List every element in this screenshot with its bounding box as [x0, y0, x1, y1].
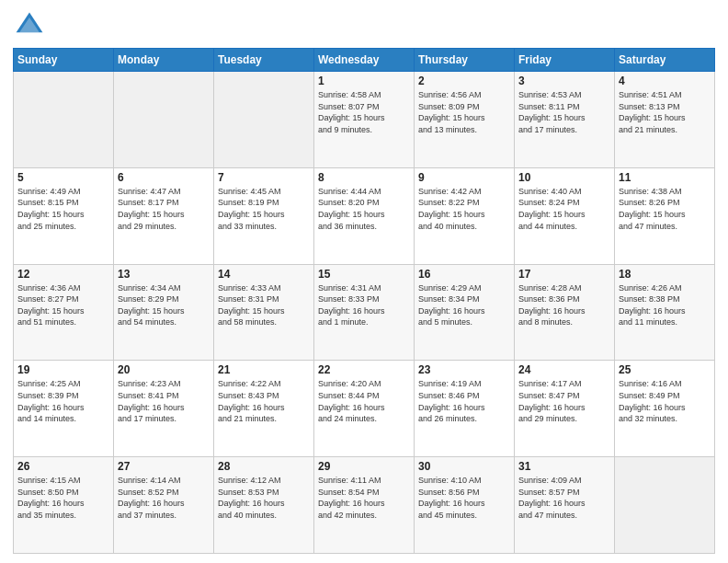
- calendar-cell: 10Sunrise: 4:40 AM Sunset: 8:24 PM Dayli…: [515, 167, 615, 264]
- day-info: Sunrise: 4:42 AM Sunset: 8:22 PM Dayligh…: [418, 186, 510, 232]
- day-info: Sunrise: 4:49 AM Sunset: 8:15 PM Dayligh…: [17, 186, 109, 232]
- day-number: 27: [118, 460, 210, 473]
- day-number: 11: [619, 171, 711, 184]
- day-info: Sunrise: 4:40 AM Sunset: 8:24 PM Dayligh…: [518, 186, 610, 232]
- day-number: 19: [17, 363, 109, 376]
- day-number: 30: [418, 460, 510, 473]
- day-number: 12: [17, 268, 109, 281]
- calendar-cell: 24Sunrise: 4:17 AM Sunset: 8:47 PM Dayli…: [515, 361, 615, 457]
- day-number: 15: [318, 268, 410, 281]
- calendar-cell: [615, 457, 715, 554]
- calendar-cell: 3Sunrise: 4:53 AM Sunset: 8:11 PM Daylig…: [515, 72, 615, 168]
- day-info: Sunrise: 4:16 AM Sunset: 8:49 PM Dayligh…: [619, 378, 711, 424]
- header: [13, 9, 715, 42]
- day-number: 13: [118, 268, 210, 281]
- day-number: 8: [318, 171, 410, 184]
- day-number: 3: [518, 75, 610, 87]
- calendar-cell: 31Sunrise: 4:09 AM Sunset: 8:57 PM Dayli…: [515, 457, 615, 554]
- day-number: 4: [619, 75, 711, 87]
- calendar-cell: 7Sunrise: 4:45 AM Sunset: 8:19 PM Daylig…: [214, 167, 314, 264]
- calendar-cell: [114, 72, 214, 168]
- day-number: 24: [518, 363, 610, 376]
- calendar-cell: 26Sunrise: 4:15 AM Sunset: 8:50 PM Dayli…: [14, 457, 114, 554]
- calendar-cell: 12Sunrise: 4:36 AM Sunset: 8:27 PM Dayli…: [14, 264, 114, 361]
- calendar-cell: 2Sunrise: 4:56 AM Sunset: 8:09 PM Daylig…: [415, 72, 515, 168]
- calendar-cell: 11Sunrise: 4:38 AM Sunset: 8:26 PM Dayli…: [615, 167, 715, 264]
- calendar-cell: 20Sunrise: 4:23 AM Sunset: 8:41 PM Dayli…: [114, 361, 214, 457]
- calendar-table: SundayMondayTuesdayWednesdayThursdayFrid…: [13, 48, 715, 554]
- calendar-cell: 4Sunrise: 4:51 AM Sunset: 8:13 PM Daylig…: [615, 72, 715, 168]
- day-info: Sunrise: 4:19 AM Sunset: 8:46 PM Dayligh…: [418, 378, 510, 424]
- calendar-cell: 19Sunrise: 4:25 AM Sunset: 8:39 PM Dayli…: [14, 361, 114, 457]
- day-info: Sunrise: 4:25 AM Sunset: 8:39 PM Dayligh…: [17, 378, 109, 424]
- day-number: 25: [619, 363, 711, 376]
- calendar-header-friday: Friday: [515, 49, 615, 72]
- calendar-cell: 30Sunrise: 4:10 AM Sunset: 8:56 PM Dayli…: [415, 457, 515, 554]
- day-info: Sunrise: 4:12 AM Sunset: 8:53 PM Dayligh…: [218, 475, 310, 521]
- calendar-cell: 15Sunrise: 4:31 AM Sunset: 8:33 PM Dayli…: [314, 264, 415, 361]
- calendar-cell: 22Sunrise: 4:20 AM Sunset: 8:44 PM Dayli…: [314, 361, 415, 457]
- calendar-week-5: 26Sunrise: 4:15 AM Sunset: 8:50 PM Dayli…: [14, 457, 715, 554]
- calendar-header-monday: Monday: [114, 49, 214, 72]
- day-info: Sunrise: 4:22 AM Sunset: 8:43 PM Dayligh…: [218, 378, 310, 424]
- day-number: 6: [118, 171, 210, 184]
- day-info: Sunrise: 4:33 AM Sunset: 8:31 PM Dayligh…: [218, 282, 310, 328]
- day-info: Sunrise: 4:51 AM Sunset: 8:13 PM Dayligh…: [619, 89, 711, 135]
- day-number: 22: [318, 363, 410, 376]
- day-info: Sunrise: 4:38 AM Sunset: 8:26 PM Dayligh…: [619, 186, 711, 232]
- calendar-cell: 5Sunrise: 4:49 AM Sunset: 8:15 PM Daylig…: [14, 167, 114, 264]
- day-info: Sunrise: 4:44 AM Sunset: 8:20 PM Dayligh…: [318, 186, 410, 232]
- calendar-cell: 13Sunrise: 4:34 AM Sunset: 8:29 PM Dayli…: [114, 264, 214, 361]
- day-number: 23: [418, 363, 510, 376]
- calendar-cell: 23Sunrise: 4:19 AM Sunset: 8:46 PM Dayli…: [415, 361, 515, 457]
- calendar-header-saturday: Saturday: [615, 49, 715, 72]
- calendar-header-sunday: Sunday: [14, 49, 114, 72]
- day-info: Sunrise: 4:36 AM Sunset: 8:27 PM Dayligh…: [17, 282, 109, 328]
- day-info: Sunrise: 4:56 AM Sunset: 8:09 PM Dayligh…: [418, 89, 510, 135]
- day-number: 9: [418, 171, 510, 184]
- day-info: Sunrise: 4:14 AM Sunset: 8:52 PM Dayligh…: [118, 475, 210, 521]
- day-info: Sunrise: 4:15 AM Sunset: 8:50 PM Dayligh…: [17, 475, 109, 521]
- day-info: Sunrise: 4:29 AM Sunset: 8:34 PM Dayligh…: [418, 282, 510, 328]
- calendar-cell: 21Sunrise: 4:22 AM Sunset: 8:43 PM Dayli…: [214, 361, 314, 457]
- calendar-week-4: 19Sunrise: 4:25 AM Sunset: 8:39 PM Dayli…: [14, 361, 715, 457]
- day-number: 7: [218, 171, 310, 184]
- day-number: 10: [518, 171, 610, 184]
- calendar-cell: [14, 72, 114, 168]
- calendar-week-2: 5Sunrise: 4:49 AM Sunset: 8:15 PM Daylig…: [14, 167, 715, 264]
- calendar-header-wednesday: Wednesday: [314, 49, 415, 72]
- logo: [13, 9, 50, 42]
- calendar-cell: 6Sunrise: 4:47 AM Sunset: 8:17 PM Daylig…: [114, 167, 214, 264]
- day-number: 1: [318, 75, 410, 87]
- calendar-cell: 9Sunrise: 4:42 AM Sunset: 8:22 PM Daylig…: [415, 167, 515, 264]
- day-info: Sunrise: 4:58 AM Sunset: 8:07 PM Dayligh…: [318, 89, 410, 135]
- calendar-cell: 14Sunrise: 4:33 AM Sunset: 8:31 PM Dayli…: [214, 264, 314, 361]
- day-number: 17: [518, 268, 610, 281]
- day-number: 2: [418, 75, 510, 87]
- day-info: Sunrise: 4:28 AM Sunset: 8:36 PM Dayligh…: [518, 282, 610, 328]
- calendar-cell: 17Sunrise: 4:28 AM Sunset: 8:36 PM Dayli…: [515, 264, 615, 361]
- day-number: 18: [619, 268, 711, 281]
- day-info: Sunrise: 4:31 AM Sunset: 8:33 PM Dayligh…: [318, 282, 410, 328]
- day-number: 21: [218, 363, 310, 376]
- day-info: Sunrise: 4:47 AM Sunset: 8:17 PM Dayligh…: [118, 186, 210, 232]
- calendar-cell: 25Sunrise: 4:16 AM Sunset: 8:49 PM Dayli…: [615, 361, 715, 457]
- calendar-cell: 1Sunrise: 4:58 AM Sunset: 8:07 PM Daylig…: [314, 72, 415, 168]
- day-number: 14: [218, 268, 310, 281]
- calendar-cell: 8Sunrise: 4:44 AM Sunset: 8:20 PM Daylig…: [314, 167, 415, 264]
- calendar-cell: 16Sunrise: 4:29 AM Sunset: 8:34 PM Dayli…: [415, 264, 515, 361]
- day-info: Sunrise: 4:09 AM Sunset: 8:57 PM Dayligh…: [518, 475, 610, 521]
- calendar-header-thursday: Thursday: [415, 49, 515, 72]
- calendar-cell: 29Sunrise: 4:11 AM Sunset: 8:54 PM Dayli…: [314, 457, 415, 554]
- page: SundayMondayTuesdayWednesdayThursdayFrid…: [0, 0, 728, 563]
- day-info: Sunrise: 4:45 AM Sunset: 8:19 PM Dayligh…: [218, 186, 310, 232]
- calendar-week-3: 12Sunrise: 4:36 AM Sunset: 8:27 PM Dayli…: [14, 264, 715, 361]
- logo-icon: [13, 9, 46, 42]
- day-info: Sunrise: 4:53 AM Sunset: 8:11 PM Dayligh…: [518, 89, 610, 135]
- day-info: Sunrise: 4:17 AM Sunset: 8:47 PM Dayligh…: [518, 378, 610, 424]
- day-info: Sunrise: 4:20 AM Sunset: 8:44 PM Dayligh…: [318, 378, 410, 424]
- calendar-cell: [214, 72, 314, 168]
- day-number: 16: [418, 268, 510, 281]
- day-info: Sunrise: 4:34 AM Sunset: 8:29 PM Dayligh…: [118, 282, 210, 328]
- day-number: 26: [17, 460, 109, 473]
